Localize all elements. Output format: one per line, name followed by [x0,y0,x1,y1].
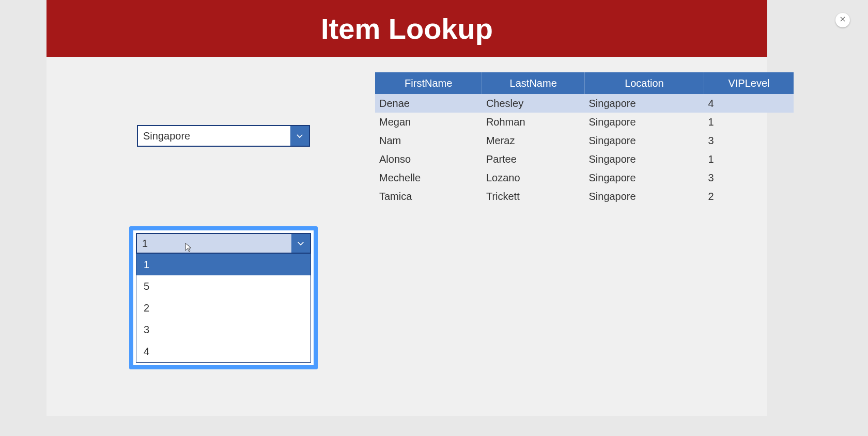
column-header[interactable]: VIPLevel [704,72,794,94]
table-cell: Alonso [375,150,482,168]
column-header[interactable]: LastName [482,72,585,94]
chevron-down-icon [291,234,310,253]
viplevel-option[interactable]: 1 [136,254,311,275]
viplevel-option[interactable]: 2 [136,297,311,319]
viplevel-option[interactable]: 4 [136,340,311,362]
table-cell: Singapore [584,94,704,113]
table-cell: Nam [375,131,482,150]
table-cell: Lozano [482,168,585,187]
table-row[interactable]: NamMerazSingapore3 [375,131,794,150]
table-cell: Trickett [482,187,585,206]
table-cell: Tamica [375,187,482,206]
table-cell: 3 [704,168,794,187]
table-cell: 1 [704,113,794,131]
table-row[interactable]: MechelleLozanoSingapore3 [375,168,794,187]
close-icon [839,15,846,25]
results-table-body: DenaeChesleySingapore4MeganRohmanSingapo… [375,94,794,206]
table-cell: Mechelle [375,168,482,187]
viplevel-dropdown-selection-frame: 1 15234 [129,226,318,369]
viplevel-option[interactable]: 5 [136,275,311,297]
viplevel-dropdown-value: 1 [137,238,291,250]
table-cell: Singapore [584,150,704,168]
table-cell: Singapore [584,187,704,206]
table-cell: Chesley [482,94,585,113]
column-header[interactable]: FirstName [375,72,482,94]
table-row[interactable]: DenaeChesleySingapore4 [375,94,794,113]
table-row[interactable]: AlonsoParteeSingapore1 [375,150,794,168]
location-dropdown-value: Singapore [138,130,290,142]
page-card: Item Lookup Singapore 1 15234 FirstNameL… [47,0,767,416]
table-cell: Megan [375,113,482,131]
table-cell: Singapore [584,113,704,131]
table-cell: Singapore [584,131,704,150]
table-row[interactable]: MeganRohmanSingapore1 [375,113,794,131]
results-table-header: FirstNameLastNameLocationVIPLevel [375,72,794,94]
table-cell: Singapore [584,168,704,187]
table-row[interactable]: TamicaTrickettSingapore2 [375,187,794,206]
close-button[interactable] [835,13,850,27]
location-dropdown[interactable]: Singapore [137,125,310,147]
column-header[interactable]: Location [584,72,704,94]
chevron-down-icon [290,126,309,146]
table-cell: 4 [704,94,794,113]
app-canvas: Item Lookup Singapore 1 15234 FirstNameL… [0,0,868,436]
viplevel-dropdown[interactable]: 1 [136,233,311,254]
table-cell: 3 [704,131,794,150]
viplevel-option[interactable]: 3 [136,319,311,340]
table-cell: Partee [482,150,585,168]
page-header: Item Lookup [47,0,767,57]
table-cell: 2 [704,187,794,206]
page-title: Item Lookup [321,12,493,45]
table-cell: Rohman [482,113,585,131]
viplevel-dropdown-list: 15234 [136,254,311,363]
table-cell: Meraz [482,131,585,150]
results-table: FirstNameLastNameLocationVIPLevel DenaeC… [375,72,794,206]
table-cell: 1 [704,150,794,168]
cursor-icon [185,243,192,252]
table-cell: Denae [375,94,482,113]
